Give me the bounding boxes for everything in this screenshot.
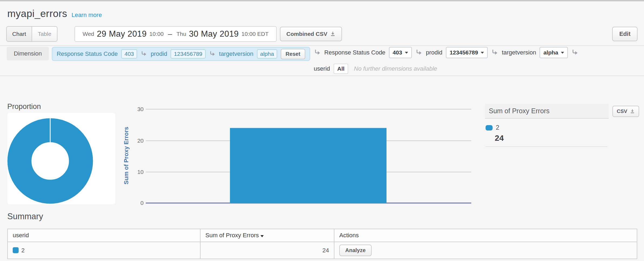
series-side-panel: Sum of Proxy Errors CSV 2 24 (485, 104, 639, 147)
end-time: 10:00 EDT (242, 31, 269, 37)
level-down-arrow-icon (491, 49, 498, 56)
select-value: 403 (393, 49, 402, 56)
summary-header-row: userid Sum of Proxy Errors Actions (8, 229, 637, 242)
next-dimension-value-select[interactable]: All (334, 64, 348, 74)
level-down-arrow-icon (141, 51, 147, 57)
level-down-arrow-icon (314, 49, 321, 56)
combined-csv-label: Combined CSV (286, 31, 327, 37)
panel-title: Sum of Proxy Errors (485, 104, 609, 119)
drilldown-dim-name: Response Status Code (324, 49, 385, 56)
summary-section: Summary userid Sum of Proxy Errors Actio… (7, 211, 637, 259)
analytics-page: myapi_errors Learn more Chart Table Wed … (0, 0, 644, 261)
table-tab[interactable]: Table (32, 27, 57, 41)
bar-chart-plot (146, 107, 471, 206)
reset-button[interactable]: Reset (281, 49, 305, 59)
start-date: 29 May 2019 (97, 29, 147, 39)
bar-userid-2[interactable] (230, 128, 387, 203)
userid-value: 2 (21, 247, 25, 254)
legend-item: 2 (486, 124, 639, 131)
col-header-sum-label: Sum of Proxy Errors (205, 232, 259, 239)
filter-name: prodid (151, 50, 167, 57)
proportion-card (7, 113, 115, 204)
end-day: Thu (177, 31, 186, 37)
edit-button[interactable]: Edit (612, 27, 638, 41)
csv-button[interactable]: CSV (612, 106, 639, 117)
filter-value-chip[interactable]: 403 (121, 49, 137, 59)
y-tick-30: 30 (119, 106, 144, 112)
download-icon (330, 31, 335, 37)
drilldown-dim-name: targetversion (502, 49, 536, 56)
caret-down-icon (405, 52, 408, 54)
donut-chart[interactable] (7, 113, 115, 204)
date-range-separator: – (168, 30, 172, 38)
top-strip (0, 0, 644, 1)
toolbar-divider (0, 45, 644, 46)
level-down-arrow-icon (571, 49, 578, 56)
filter-value-chip[interactable]: alpha (257, 49, 277, 59)
sort-desc-caret-icon (260, 235, 264, 237)
start-time: 10:00 (150, 31, 164, 37)
col-header-userid: userid (8, 229, 200, 242)
level-down-arrow-icon (415, 49, 422, 56)
end-date: 30 May 2019 (189, 29, 239, 39)
col-header-sum-sortable[interactable]: Sum of Proxy Errors (200, 229, 334, 242)
start-day: Wed (83, 31, 94, 37)
legend-value: 24 (495, 133, 639, 143)
dimension-label: Dimension (7, 47, 49, 60)
charts-region: Proportion 30 20 10 0 Sum of Proxy Error… (0, 100, 644, 208)
y-tick-20: 20 (119, 138, 144, 144)
bar-chart[interactable] (146, 107, 471, 205)
learn-more-link[interactable]: Learn more (72, 12, 102, 19)
applied-filters-pill: Response Status Code 403 prodid 12345678… (52, 47, 310, 61)
table-row: 2 24 Analyze (8, 242, 637, 259)
y-tick-0: 0 (119, 200, 144, 206)
page-header: myapi_errors Learn more (7, 8, 102, 19)
panel-header: Sum of Proxy Errors CSV (485, 104, 639, 119)
drilldown-value-select[interactable]: alpha (540, 47, 568, 58)
select-value: 123456789 (450, 49, 478, 56)
level-down-arrow-icon (209, 51, 216, 57)
edit-label: Edit (619, 30, 631, 37)
download-icon (630, 109, 635, 114)
legend: 2 24 (485, 124, 639, 147)
analyze-button[interactable]: Analyze (339, 245, 372, 256)
cell-sum: 24 (200, 242, 334, 259)
col-header-actions: Actions (334, 229, 637, 242)
page-title: myapi_errors (7, 8, 67, 19)
combined-csv-button[interactable]: Combined CSV (280, 27, 342, 41)
dimension-divider (0, 75, 644, 76)
series-swatch (13, 247, 19, 253)
cell-userid: 2 (8, 242, 200, 259)
summary-title: Summary (7, 211, 637, 222)
caret-down-icon (561, 52, 564, 54)
proportion-title: Proportion (7, 102, 41, 111)
date-range-picker[interactable]: Wed 29 May 2019 10:00 – Thu 30 May 2019 … (74, 26, 277, 42)
chart-tab[interactable]: Chart (7, 27, 32, 41)
toolbar: Chart Table Wed 29 May 2019 10:00 – Thu … (6, 26, 638, 42)
legend-swatch (486, 125, 493, 130)
select-value: alpha (543, 49, 558, 56)
csv-label: CSV (617, 108, 627, 114)
drilldown-dim-name: prodid (426, 49, 442, 56)
summary-table: userid Sum of Proxy Errors Actions 2 24 … (7, 229, 637, 259)
filter-name: targetversion (219, 50, 253, 57)
next-dimension-name: userid (314, 65, 330, 72)
caret-down-icon (481, 52, 484, 54)
no-further-dimensions-message: No further dimensions available (354, 65, 437, 72)
legend-label: 2 (496, 124, 499, 131)
view-toggle: Chart Table (6, 26, 57, 42)
cell-actions: Analyze (334, 242, 637, 259)
drilldown-value-select[interactable]: 123456789 (446, 47, 488, 58)
legend-divider (486, 146, 607, 147)
y-axis-title: Sum of Proxy Errors (123, 127, 130, 184)
dimension-bar: Dimension Response Status Code 403 prodi… (7, 47, 638, 74)
drilldown-value-select[interactable]: 403 (389, 47, 412, 58)
drilldown-chain: Response Status Code 403 prodid 12345678… (314, 47, 638, 74)
y-tick-10: 10 (119, 169, 144, 175)
filter-value-chip[interactable]: 123456789 (171, 49, 205, 59)
filter-name: Response Status Code (57, 50, 118, 57)
